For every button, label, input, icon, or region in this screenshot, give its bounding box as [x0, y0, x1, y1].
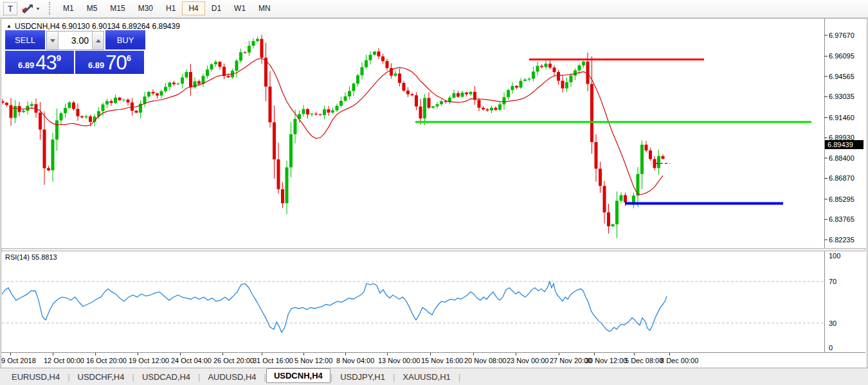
- chart-tab-eurusd-h4[interactable]: EURUSD,H4: [4, 370, 68, 384]
- collapse-panel-arrow[interactable]: ▲: [6, 23, 12, 29]
- date-axis-label: 30 Nov 12:00: [585, 357, 627, 364]
- sell-button[interactable]: SELL: [5, 30, 45, 49]
- chart-tab-usdchf-h4[interactable]: USDCHF,H4: [70, 370, 132, 384]
- date-axis-label: 19 Oct 12:00: [129, 357, 169, 364]
- buy-price-small: 6.89: [88, 60, 104, 70]
- date-axis-label: 8 Nov 04:00: [336, 357, 374, 364]
- buy-button[interactable]: BUY: [105, 30, 145, 49]
- chart-tab-usdcnh-h4[interactable]: USDCNH,H4: [266, 368, 330, 383]
- price-axis-label: 6.82235: [829, 236, 854, 244]
- price-axis-label: 6.86870: [829, 174, 854, 182]
- price-axis-label: 6.97670: [829, 31, 854, 39]
- date-axis-label: 31 Oct 16:00: [253, 357, 293, 364]
- chart-tab-usdcad-h4[interactable]: USDCAD,H4: [134, 370, 198, 384]
- volume-decrease-button[interactable]: [47, 31, 59, 49]
- date-axis-label: 13 Nov 00:00: [378, 357, 420, 364]
- mt4-window: T ▾ M1M5M15M30H1H4D1W1MN ▲ USDCNH,H4 6.9…: [0, 0, 868, 385]
- chart-title: USDCNH,H4 6.90130 6.90134 6.89264 6.8943…: [15, 22, 180, 31]
- triangle-down-icon: [50, 39, 55, 42]
- rsi-indicator-label: RSI(14) 55.8813: [5, 253, 57, 261]
- price-axis-label: 6.96095: [829, 52, 854, 60]
- date-axis-label: 15 Nov 16:00: [421, 357, 463, 364]
- price-axis-label: 6.85295: [829, 195, 854, 203]
- sell-price-small: 6.89: [18, 60, 34, 70]
- volume-input[interactable]: 3.00: [59, 31, 92, 49]
- rsi-axis-label: 30: [829, 319, 836, 327]
- volume-stepper: 3.00: [46, 31, 104, 50]
- date-axis-label: 12 Oct 00:00: [44, 357, 84, 364]
- sell-price-sup: 9: [57, 53, 61, 63]
- tab-separator: |: [458, 372, 460, 382]
- buy-price-tile[interactable]: 6.89 70 6: [75, 51, 144, 74]
- buy-price-big: 70: [105, 53, 126, 73]
- buy-price-sup: 6: [127, 53, 131, 63]
- date-axis-label: 5 Nov 12:00: [294, 357, 332, 364]
- rsi-line: [1, 282, 667, 332]
- moving-average-line: [11, 58, 663, 195]
- current-price-badge: 6.89439: [825, 140, 863, 149]
- one-click-trading-panel: SELL 3.00 BUY 6.89 43 9 6.89 70 6: [5, 30, 145, 74]
- sell-price-big: 43: [35, 53, 56, 73]
- chart-tab-xauusd-h1[interactable]: XAUUSD,H1: [395, 370, 458, 384]
- date-axis-label: 5 Dec 08:00: [625, 357, 663, 364]
- rsi-pane[interactable]: [1, 282, 824, 332]
- price-axis-label: 6.83765: [829, 215, 854, 223]
- rsi-axis-label: 0: [829, 344, 833, 352]
- triangle-up-icon: [96, 39, 101, 42]
- date-axis-label: 8 Dec 00:00: [660, 357, 698, 364]
- chart-tab-audusd-h4[interactable]: AUDUSD,H4: [200, 370, 264, 384]
- date-axis-label: 20 Nov 08:00: [464, 357, 506, 364]
- price-axis-label: 6.94565: [829, 73, 854, 80]
- date-axis-label: 23 Nov 00:00: [507, 357, 548, 364]
- price-axis-label: 6.93035: [829, 93, 854, 100]
- volume-increase-button[interactable]: [92, 31, 104, 49]
- price-axis-label: 6.91460: [829, 114, 854, 121]
- price-axis-label: 6.88400: [829, 154, 854, 162]
- sell-price-tile[interactable]: 6.89 43 9: [5, 51, 74, 74]
- chart-tab-bar: EURUSD,H4|USDCHF,H4|USDCAD,H4|AUDUSD,H4|…: [0, 368, 868, 385]
- date-axis-label: 16 Oct 20:00: [86, 357, 127, 364]
- pane-splitter[interactable]: [1, 249, 865, 251]
- date-axis-label: 26 Oct 20:00: [213, 357, 254, 364]
- date-axis-label: 9 Oct 2018: [1, 357, 36, 364]
- date-axis-label: 24 Oct 04:00: [171, 357, 212, 364]
- rsi-axis-label: 70: [829, 278, 836, 285]
- rsi-axis-label: 100: [829, 252, 840, 260]
- chart-tab-usdjpy-h1[interactable]: USDJPY,H1: [332, 370, 393, 384]
